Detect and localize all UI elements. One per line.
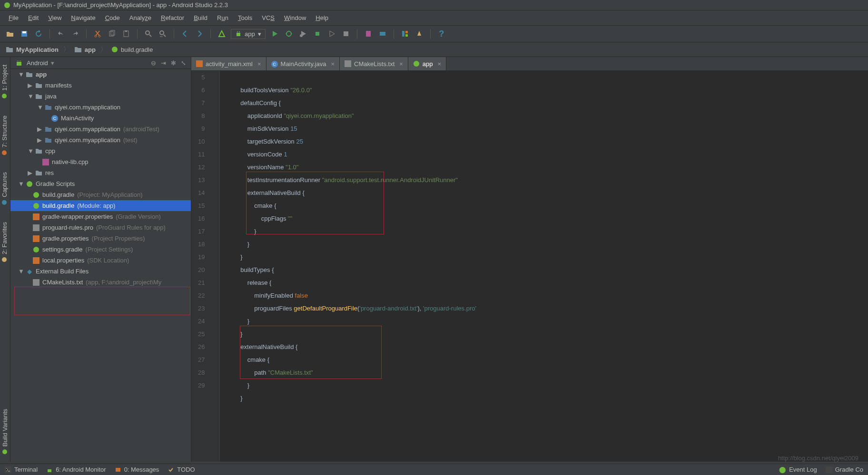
coverage-icon[interactable] (326, 29, 337, 39)
attach-icon[interactable] (312, 29, 323, 39)
tab-mainactivity[interactable]: CMainActivity.java× (266, 57, 340, 70)
open-icon[interactable] (5, 29, 15, 39)
replace-icon[interactable] (158, 29, 168, 39)
run-icon[interactable] (269, 29, 280, 39)
settings-icon[interactable]: ✻ (171, 59, 176, 67)
tab-cmakelists[interactable]: CMakeLists.txt× (340, 57, 408, 70)
tree-node-gradle-properties[interactable]: gradle.properties (Project Properties) (10, 233, 191, 244)
menu-analyze[interactable]: Analyze (125, 12, 156, 23)
close-tab-icon[interactable]: × (331, 60, 335, 68)
nav-breadcrumb: MyApplication 〉 app 〉 build.gradle (0, 42, 868, 57)
code-body[interactable]: buildToolsVersion "26.0.0" defaultConfig… (220, 71, 483, 462)
svg-point-25 (33, 192, 39, 198)
tab-captures[interactable]: Captures (0, 168, 9, 209)
tab-build-variants[interactable]: Build Variants (0, 405, 10, 458)
tree-node-external-build[interactable]: ▼External Build Files (10, 266, 191, 277)
fold-gutter[interactable] (211, 71, 220, 462)
collapse-icon[interactable]: ⊖ (151, 59, 156, 67)
tree-node-res[interactable]: ▶res (10, 167, 191, 178)
close-tab-icon[interactable]: × (399, 60, 403, 68)
menu-view[interactable]: View (43, 12, 66, 23)
sync-icon[interactable] (33, 29, 44, 39)
tree-node-mainactivity[interactable]: CMainActivity (10, 113, 191, 124)
copy-icon[interactable] (107, 29, 117, 39)
crumb-module[interactable]: app (74, 46, 96, 53)
menu-file[interactable]: File (4, 12, 23, 23)
crumb-project[interactable]: MyApplication (6, 46, 59, 53)
svg-point-13 (286, 31, 291, 36)
menu-help[interactable]: Help (311, 12, 333, 23)
hide-icon[interactable]: ⤡ (181, 59, 186, 67)
watermark-text: http://blog.csdn.net/qiyei2009 (778, 455, 858, 462)
svg-point-30 (33, 247, 39, 252)
code-editor[interactable]: 5678910111213141516171819202122232425262… (191, 71, 868, 462)
redo-icon[interactable] (70, 29, 80, 39)
debug-icon[interactable] (284, 29, 294, 39)
svg-rect-33 (196, 60, 203, 67)
tree-node-cmakelists[interactable]: CMakeLists.txt (app, F:\android_project\… (10, 277, 191, 288)
tree-node-manifests[interactable]: ▶manifests (10, 80, 191, 91)
menubar: File Edit View Navigate Code Analyze Ref… (0, 10, 868, 26)
menu-edit[interactable]: Edit (23, 12, 43, 23)
menu-code[interactable]: Code (100, 12, 125, 23)
menu-window[interactable]: Window (279, 12, 311, 23)
tree-node-proguard[interactable]: proguard-rules.pro (ProGuard Rules for a… (10, 222, 191, 233)
profile-icon[interactable] (298, 29, 308, 39)
sdk-icon[interactable] (377, 29, 388, 39)
avd-icon[interactable] (363, 29, 374, 39)
menu-tools[interactable]: Tools (233, 12, 257, 23)
tree-node-build-gradle-project[interactable]: build.gradle (Project: MyApplication) (10, 189, 191, 200)
menu-run[interactable]: Run (212, 12, 233, 23)
tree-node-nativelib[interactable]: native-lib.cpp (10, 156, 191, 167)
scroll-from-icon[interactable]: ⇥ (161, 59, 166, 67)
menu-navigate[interactable]: Navigate (66, 12, 100, 23)
find-icon[interactable] (143, 29, 154, 39)
project-tree[interactable]: ▼app ▶manifests ▼java ▼qiyei.com.myappli… (10, 69, 191, 288)
svg-rect-32 (33, 279, 39, 286)
crumb-file[interactable]: build.gradle (111, 46, 153, 53)
svg-rect-34 (345, 60, 351, 67)
project-view-mode[interactable]: Android (27, 59, 48, 67)
close-tab-icon[interactable]: × (257, 60, 261, 68)
undo-icon[interactable] (56, 29, 66, 39)
tab-project[interactable]: 1: Project (0, 61, 9, 102)
tree-node-app[interactable]: ▼app (10, 69, 191, 80)
tree-node-gradle-scripts[interactable]: ▼Gradle Scripts (10, 178, 191, 189)
tree-node-settings-gradle[interactable]: settings.gradle (Project Settings) (10, 244, 191, 255)
svg-point-35 (414, 61, 419, 67)
dropdown-icon: ▾ (258, 30, 261, 38)
tree-node-cpp[interactable]: ▼cpp (10, 145, 191, 156)
paste-icon[interactable] (121, 29, 131, 39)
run-config-selector[interactable]: app ▾ (231, 29, 266, 39)
back-icon[interactable] (180, 29, 190, 39)
status-todo[interactable]: TODO (168, 466, 195, 473)
make-icon[interactable] (217, 29, 227, 39)
tree-node-package-androidtest[interactable]: ▶qiyei.com.myapplication (androidTest) (10, 124, 191, 135)
status-messages[interactable]: 0: Messages (115, 466, 159, 473)
cut-icon[interactable] (92, 29, 103, 39)
status-event-log[interactable]: ⬤Event Log (779, 466, 817, 473)
status-terminal[interactable]: Terminal (5, 466, 38, 473)
tree-node-java[interactable]: ▼java (10, 91, 191, 102)
tree-node-gradle-wrapper[interactable]: gradle-wrapper.properties (Gradle Versio… (10, 211, 191, 222)
tree-node-package-test[interactable]: ▶qiyei.com.myapplication (test) (10, 135, 191, 145)
tab-favorites[interactable]: 2: Favorites (0, 218, 9, 266)
device-icon[interactable] (414, 29, 424, 39)
stop-icon[interactable] (341, 29, 351, 39)
status-gradle-console[interactable]: Gradle Co (826, 466, 863, 473)
menu-vcs[interactable]: VCS (257, 12, 279, 23)
tab-activity-main[interactable]: activity_main.xml× (191, 57, 266, 70)
help-icon[interactable]: ? (436, 29, 447, 39)
save-icon[interactable] (19, 29, 30, 39)
forward-icon[interactable] (194, 29, 205, 39)
tree-node-package-main[interactable]: ▼qiyei.com.myapplication (10, 102, 191, 113)
menu-build[interactable]: Build (189, 12, 212, 23)
status-android-monitor[interactable]: 6: Android Monitor (46, 466, 106, 473)
menu-refactor[interactable]: Refactor (156, 12, 189, 23)
layout-inspector-icon[interactable] (400, 29, 410, 39)
tree-node-build-gradle-module[interactable]: build.gradle (Module: app) (10, 200, 191, 211)
tab-structure[interactable]: 7: Structure (0, 112, 9, 159)
tree-node-local-properties[interactable]: local.properties (SDK Location) (10, 255, 191, 266)
tab-app-gradle[interactable]: app× (408, 57, 446, 70)
close-tab-icon[interactable]: × (438, 60, 442, 68)
